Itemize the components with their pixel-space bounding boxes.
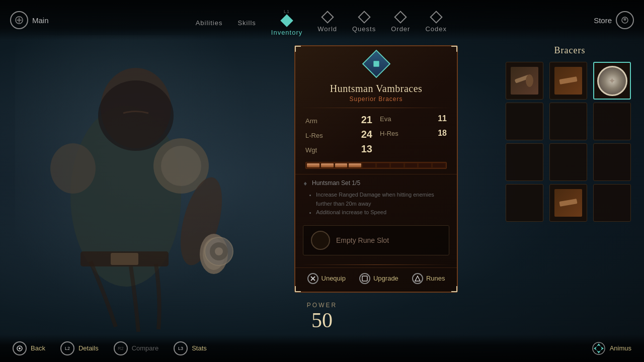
store-label: Store xyxy=(594,16,612,25)
svg-rect-20 xyxy=(362,276,367,281)
bracer-art-2 xyxy=(554,67,582,95)
animus-icon xyxy=(592,341,606,355)
runes-icon xyxy=(412,273,423,284)
upgrade-pip-7 xyxy=(391,163,404,167)
bracer-art-1 xyxy=(511,67,538,95)
svg-point-2 xyxy=(98,80,174,151)
stat-eva-value: 11 xyxy=(438,114,447,123)
stat-wgt-value: 13 xyxy=(361,143,372,155)
upgrade-icon xyxy=(359,273,370,284)
svg-point-13 xyxy=(215,247,223,255)
svg-marker-26 xyxy=(597,350,601,353)
stat-lres-value: 24 xyxy=(361,129,372,140)
back-label: Back xyxy=(31,344,45,352)
upgrade-pip-3 xyxy=(335,163,348,167)
main-label: Main xyxy=(32,16,49,25)
set-bonus-item-2: Additional increase to Speed xyxy=(316,208,449,217)
stat-arm-value: 21 xyxy=(361,114,372,126)
nav-label-skills: Skills xyxy=(237,19,256,27)
bracer-slot-2[interactable] xyxy=(549,62,587,100)
bracer-slot-3[interactable] xyxy=(593,62,631,100)
nav-right: Store xyxy=(594,11,634,29)
set-bonus-list: Increase Ranged Damage when hitting enem… xyxy=(303,191,449,217)
order-diamond-icon xyxy=(394,11,407,23)
stat-wgt: Wgt 13 xyxy=(305,143,372,155)
nav-item-quests[interactable]: Quests xyxy=(352,13,376,33)
upgrade-label: Upgrade xyxy=(373,275,398,282)
nav-item-order[interactable]: Order xyxy=(391,13,410,33)
upgrade-pip-8 xyxy=(405,163,418,167)
compare-button[interactable]: R2 Compare xyxy=(114,341,158,355)
back-button[interactable]: Back xyxy=(13,341,45,355)
item-divider-bottom xyxy=(300,264,452,265)
stats-button-icon: L3 xyxy=(174,341,188,355)
store-icon[interactable] xyxy=(616,11,634,29)
inventory-diamond-icon xyxy=(280,14,293,27)
set-bonus-area: ⬧ Huntsman Set 1/5 Increase Ranged Damag… xyxy=(295,174,457,221)
bracer-art-11 xyxy=(554,189,582,217)
bracers-grid xyxy=(506,62,634,222)
bracer-slot-10[interactable] xyxy=(506,184,543,222)
item-detail-panel: Huntsman Vambraces Superior Bracers Arm … xyxy=(294,45,458,293)
rune-slot-label: Empty Rune Slot xyxy=(336,236,389,244)
bracer-slot-4[interactable] xyxy=(506,103,543,140)
stat-hres: H-Res 18 xyxy=(380,129,447,140)
bottom-bar: Back L2 Details R2 Compare L3 Stats Ani xyxy=(0,334,644,362)
bracer-slot-12[interactable] xyxy=(593,184,631,222)
details-button[interactable]: L2 Details xyxy=(60,341,99,355)
upgrade-pip-4 xyxy=(349,163,361,167)
bracer-slot-1[interactable] xyxy=(506,62,543,100)
codex-diamond-icon xyxy=(430,11,442,23)
stats-label: Stats xyxy=(192,344,207,352)
set-bonus-icon: ⬧ xyxy=(303,178,308,188)
svg-marker-25 xyxy=(597,343,601,346)
unequip-button[interactable]: Unequip xyxy=(307,273,346,284)
bracer-slot-6[interactable] xyxy=(593,103,631,140)
panel-corner-tl xyxy=(295,46,301,52)
item-name: Huntsman Vambraces xyxy=(295,79,457,96)
svg-point-5 xyxy=(50,143,96,194)
set-bonus-item-1: Increase Ranged Damage when hitting enem… xyxy=(316,191,449,208)
bracer-slot-8[interactable] xyxy=(549,143,587,181)
svg-point-4 xyxy=(161,146,201,186)
stats-button[interactable]: L3 Stats xyxy=(174,341,207,355)
rune-circle xyxy=(311,231,330,250)
bracer-slot-7[interactable] xyxy=(506,143,543,181)
nav-item-codex[interactable]: Codex xyxy=(425,13,447,33)
upgrade-pip-2 xyxy=(321,163,334,167)
nav-left: Main xyxy=(10,11,49,29)
nav-label-order: Order xyxy=(391,25,410,33)
upgrade-pip-9 xyxy=(419,163,431,167)
unequip-icon xyxy=(307,273,318,284)
nav-item-skills[interactable]: Skills xyxy=(237,19,256,27)
panel-actions: Unequip Upgrade Runes xyxy=(295,267,457,287)
upgrade-pip-1 xyxy=(307,163,319,167)
nav-item-inventory[interactable]: L1 Inventory xyxy=(271,9,302,36)
svg-point-23 xyxy=(19,347,21,349)
runes-button[interactable]: Runes xyxy=(412,273,445,284)
back-button-icon xyxy=(13,341,27,355)
set-bonus-title: ⬧ Huntsman Set 1/5 xyxy=(303,178,449,188)
nav-item-abilities[interactable]: Abilities xyxy=(196,19,223,27)
quests-diamond-icon xyxy=(358,11,370,23)
upgrade-pip-6 xyxy=(377,163,389,167)
bracer-slot-5[interactable] xyxy=(549,103,587,140)
svg-rect-10 xyxy=(111,253,138,265)
compare-button-icon: R2 xyxy=(114,341,128,355)
unequip-label: Unequip xyxy=(321,275,346,282)
runes-label: Runes xyxy=(426,275,445,282)
bracers-title: Bracers xyxy=(506,45,634,56)
bracer-slot-11[interactable] xyxy=(549,184,587,222)
stat-wgt-label: Wgt xyxy=(305,146,317,154)
upgrade-button[interactable]: Upgrade xyxy=(359,273,398,284)
nav-item-world[interactable]: World xyxy=(317,13,337,33)
nav-label-world: World xyxy=(317,25,337,33)
bracer-slot-9[interactable] xyxy=(593,143,631,181)
animus-area: Animus xyxy=(592,341,631,355)
panel-spacer xyxy=(295,259,457,264)
svg-marker-27 xyxy=(594,346,597,350)
compare-label: Compare xyxy=(132,344,158,352)
panel-corner-tr xyxy=(451,46,457,52)
rune-slot[interactable]: Empty Rune Slot xyxy=(303,225,449,255)
nav-hint-inventory: L1 xyxy=(284,9,290,14)
